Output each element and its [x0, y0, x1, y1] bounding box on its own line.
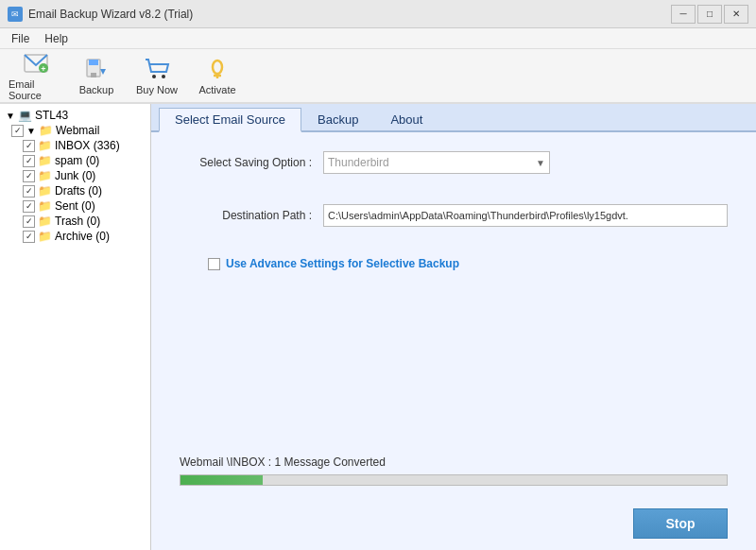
tab-bar: Select Email Source Backup About	[151, 104, 756, 132]
svg-rect-5	[91, 73, 96, 77]
tree-drafts-label: Drafts (0)	[55, 184, 102, 198]
backup-icon	[83, 56, 110, 82]
svg-rect-4	[89, 60, 98, 65]
tree-root-label: STL43	[35, 109, 68, 122]
menu-bar: File Help	[0, 28, 756, 49]
tree-webmail-label: Webmail	[56, 124, 99, 137]
buy-now-label: Buy Now	[136, 84, 178, 95]
toolbar-activate[interactable]: Activate	[189, 52, 246, 99]
webmail-folder-icon: 📁	[39, 124, 53, 137]
maximize-button[interactable]: □	[697, 5, 722, 24]
menu-help[interactable]: Help	[37, 30, 76, 47]
progress-text: Webmail \INBOX : 1 Message Converted	[180, 455, 728, 469]
spam-checkbox[interactable]: ✓	[23, 155, 35, 167]
tree-webmail[interactable]: ✓ ▼ 📁 Webmail	[4, 123, 146, 138]
right-panel: Select Email Source Backup About Select …	[151, 104, 756, 550]
app-icon: ✉	[8, 7, 23, 22]
tree-panel: ▼ 💻 STL43 ✓ ▼ 📁 Webmail ✓ 📁 INBOX (336) …	[0, 104, 151, 550]
trash-folder-icon: 📁	[38, 215, 52, 228]
backup-label: Backup	[79, 84, 114, 95]
menu-file[interactable]: File	[4, 30, 37, 47]
tree-sent[interactable]: ✓ 📁 Sent (0)	[4, 198, 146, 214]
window-controls[interactable]: ─ □ ✕	[671, 5, 748, 24]
email-source-label: Email Source	[9, 78, 63, 101]
webmail-expand-icon: ▼	[26, 126, 36, 136]
tree-trash-label: Trash (0)	[55, 215, 100, 228]
inbox-checkbox[interactable]: ✓	[23, 140, 35, 152]
saving-option-select[interactable]: Thunderbird ▼	[323, 151, 550, 174]
tab-backup[interactable]: Backup	[301, 108, 374, 130]
inbox-folder-icon: 📁	[38, 139, 52, 152]
root-expand-icon: ▼	[6, 111, 15, 121]
activate-label: Activate	[198, 84, 235, 95]
archive-checkbox[interactable]: ✓	[23, 231, 35, 243]
svg-marker-6	[100, 69, 106, 75]
stop-button[interactable]: Stop	[633, 508, 728, 539]
tree-trash[interactable]: ✓ 📁 Trash (0)	[4, 214, 146, 229]
advance-section: Use Advance Settings for Selective Backu…	[180, 257, 728, 270]
tab-select-email-source[interactable]: Select Email Source	[159, 108, 301, 132]
content-area: Select Saving Option : Thunderbird ▼ Des…	[151, 132, 756, 444]
email-source-icon: +	[23, 50, 49, 77]
title-bar-left: ✉ Email Backup Wizard v8.2 (Trial)	[8, 7, 193, 22]
destination-input[interactable]: C:\Users\admin\AppData\Roaming\Thunderbi…	[323, 204, 728, 227]
tree-root[interactable]: ▼ 💻 STL43	[4, 108, 146, 123]
tree-archive-label: Archive (0)	[55, 230, 110, 243]
tree-sent-label: Sent (0)	[55, 199, 95, 213]
tree-junk[interactable]: ✓ 📁 Junk (0)	[4, 168, 146, 183]
toolbar-buy-now[interactable]: Buy Now	[129, 52, 185, 99]
progress-bar-fill	[180, 475, 263, 485]
advance-label: Use Advance Settings for Selective Backu…	[226, 257, 459, 270]
svg-point-7	[152, 75, 156, 78]
close-button[interactable]: ✕	[724, 5, 748, 24]
webmail-checkbox[interactable]: ✓	[11, 125, 24, 137]
saving-option-value: Thunderbird	[328, 156, 389, 169]
select-arrow-icon: ▼	[536, 158, 545, 168]
drafts-checkbox[interactable]: ✓	[23, 185, 35, 198]
spam-folder-icon: 📁	[38, 154, 52, 167]
main-layout: ▼ 💻 STL43 ✓ ▼ 📁 Webmail ✓ 📁 INBOX (336) …	[0, 104, 756, 550]
window-title: Email Backup Wizard v8.2 (Trial)	[28, 8, 193, 21]
svg-text:+: +	[41, 64, 45, 74]
sent-folder-icon: 📁	[38, 199, 52, 213]
tree-spam-label: spam (0)	[55, 154, 99, 167]
tree-inbox-label: INBOX (336)	[55, 139, 120, 152]
destination-value: C:\Users\admin\AppData\Roaming\Thunderbi…	[328, 210, 628, 221]
advance-checkbox[interactable]	[208, 258, 220, 270]
toolbar-email-source[interactable]: + Email Source	[8, 52, 64, 99]
destination-label: Destination Path :	[180, 209, 312, 222]
junk-checkbox[interactable]: ✓	[23, 170, 35, 182]
activate-icon	[204, 56, 231, 82]
tree-archive[interactable]: ✓ 📁 Archive (0)	[4, 229, 146, 244]
tree-inbox[interactable]: ✓ 📁 INBOX (336)	[4, 138, 146, 153]
footer-area: Stop	[151, 501, 756, 550]
archive-folder-icon: 📁	[38, 230, 52, 243]
saving-option-row: Select Saving Option : Thunderbird ▼	[180, 151, 728, 174]
tree-junk-label: Junk (0)	[55, 169, 95, 182]
tab-about[interactable]: About	[374, 108, 438, 130]
destination-row: Destination Path : C:\Users\admin\AppDat…	[180, 204, 728, 227]
toolbar-backup[interactable]: Backup	[68, 52, 125, 99]
svg-point-8	[162, 75, 165, 78]
saving-option-label: Select Saving Option :	[180, 156, 312, 169]
svg-point-9	[213, 60, 222, 74]
toolbar: + Email Source Backup Buy Now	[0, 49, 756, 104]
minimize-button[interactable]: ─	[671, 5, 696, 24]
sent-checkbox[interactable]: ✓	[23, 200, 35, 213]
buy-now-icon	[144, 56, 170, 82]
tree-drafts[interactable]: ✓ 📁 Drafts (0)	[4, 183, 146, 198]
root-folder-icon: 💻	[18, 109, 32, 122]
junk-folder-icon: 📁	[38, 169, 52, 182]
drafts-folder-icon: 📁	[38, 184, 52, 198]
trash-checkbox[interactable]: ✓	[23, 215, 35, 228]
progress-bar-background	[180, 474, 728, 486]
tree-spam[interactable]: ✓ 📁 spam (0)	[4, 153, 146, 168]
progress-area: Webmail \INBOX : 1 Message Converted	[151, 444, 756, 501]
title-bar: ✉ Email Backup Wizard v8.2 (Trial) ─ □ ✕	[0, 0, 756, 28]
